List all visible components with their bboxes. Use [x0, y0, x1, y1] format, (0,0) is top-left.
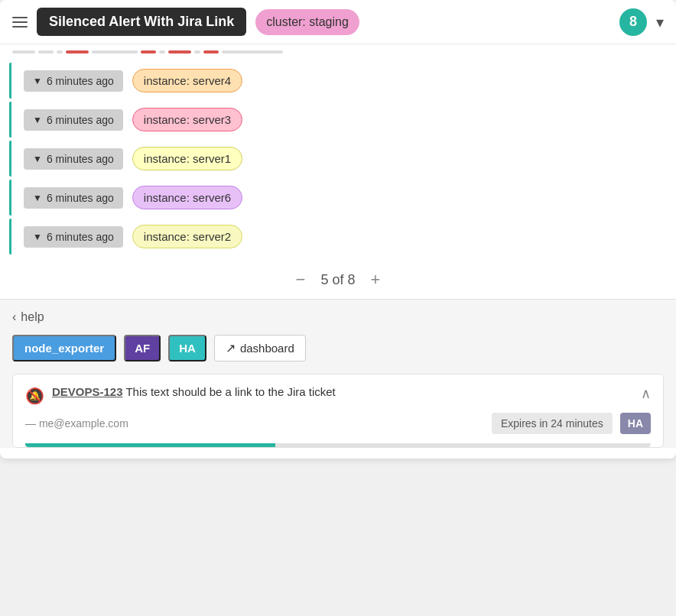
- alert-time-button-1[interactable]: ▼ 6 minutes ago: [24, 109, 123, 131]
- chevron-down-icon[interactable]: ▾: [656, 13, 664, 31]
- collapse-button[interactable]: ∧: [641, 385, 651, 402]
- table-row: ▼ 6 minutes ago instance: server4: [9, 63, 670, 99]
- dropdown-arrow-icon: ▼: [33, 76, 42, 86]
- main-container: Silenced Alert With Jira Link cluster: s…: [0, 0, 676, 459]
- jira-link[interactable]: DEVOPS-123: [52, 385, 123, 398]
- alert-time-button-4[interactable]: ▼ 6 minutes ago: [24, 226, 123, 248]
- progress-bar-fill: [25, 443, 275, 447]
- instance-tag-4: instance: server2: [132, 225, 242, 248]
- instance-tag-2: instance: server1: [132, 147, 242, 170]
- pagination-plus-button[interactable]: +: [371, 270, 381, 290]
- table-row: ▼ 6 minutes ago instance: server3: [9, 102, 670, 138]
- silence-title: DEVOPS-123 This text should be a link to…: [52, 385, 633, 398]
- page-title: Silenced Alert With Jira Link: [37, 8, 246, 36]
- help-section: ‹ help node_exporter AF HA ↗ dashboard 🔕…: [0, 299, 676, 448]
- external-link-icon: ↗: [226, 341, 236, 355]
- chevron-left-icon: ‹: [12, 310, 16, 324]
- help-label: help: [21, 310, 44, 324]
- table-row: ▼ 6 minutes ago instance: server1: [9, 141, 670, 177]
- silence-meta: — me@example.com Expires in 24 minutes H…: [25, 413, 651, 443]
- tags-row: node_exporter AF HA ↗ dashboard: [12, 335, 664, 361]
- bell-off-icon: 🔕: [25, 387, 44, 405]
- header: Silenced Alert With Jira Link cluster: s…: [0, 0, 676, 44]
- silence-author: — me@example.com: [25, 417, 484, 430]
- ha-tag[interactable]: HA: [168, 335, 206, 361]
- silence-card: 🔕 DEVOPS-123 This text should be a link …: [12, 374, 664, 448]
- alert-list: ▼ 6 minutes ago instance: server4 ▼ 6 mi…: [0, 57, 676, 261]
- silence-header: 🔕 DEVOPS-123 This text should be a link …: [25, 385, 651, 405]
- expires-badge: Expires in 24 minutes: [492, 413, 613, 434]
- dropdown-arrow-icon: ▼: [33, 232, 42, 242]
- table-row: ▼ 6 minutes ago instance: server6: [9, 180, 670, 216]
- alert-time-button-3[interactable]: ▼ 6 minutes ago: [24, 187, 123, 209]
- alert-time-button-0[interactable]: ▼ 6 minutes ago: [24, 70, 123, 92]
- instance-tag-0: instance: server4: [132, 69, 242, 92]
- pagination-minus-button[interactable]: −: [296, 270, 306, 290]
- hamburger-icon[interactable]: [12, 17, 28, 28]
- instance-tag-3: instance: server6: [132, 186, 242, 209]
- pagination: − 5 of 8 +: [0, 261, 676, 299]
- cluster-badge: cluster: staging: [255, 9, 359, 35]
- node-exporter-tag[interactable]: node_exporter: [12, 335, 116, 361]
- dashboard-link[interactable]: ↗ dashboard: [214, 335, 306, 361]
- dropdown-arrow-icon: ▼: [33, 115, 42, 125]
- timeline-bar: [0, 44, 676, 57]
- af-tag[interactable]: AF: [124, 335, 161, 361]
- dropdown-arrow-icon: ▼: [33, 154, 42, 164]
- alert-time-button-2[interactable]: ▼ 6 minutes ago: [24, 148, 123, 170]
- dashboard-label: dashboard: [240, 342, 294, 355]
- table-row: ▼ 6 minutes ago instance: server2: [9, 219, 670, 255]
- dropdown-arrow-icon: ▼: [33, 193, 42, 203]
- progress-bar: [25, 443, 651, 447]
- help-toggle-button[interactable]: ‹ help: [12, 310, 44, 324]
- count-badge: 8: [619, 8, 647, 36]
- pagination-text: 5 of 8: [320, 272, 355, 288]
- ha-badge: HA: [620, 413, 651, 434]
- instance-tag-1: instance: server3: [132, 108, 242, 131]
